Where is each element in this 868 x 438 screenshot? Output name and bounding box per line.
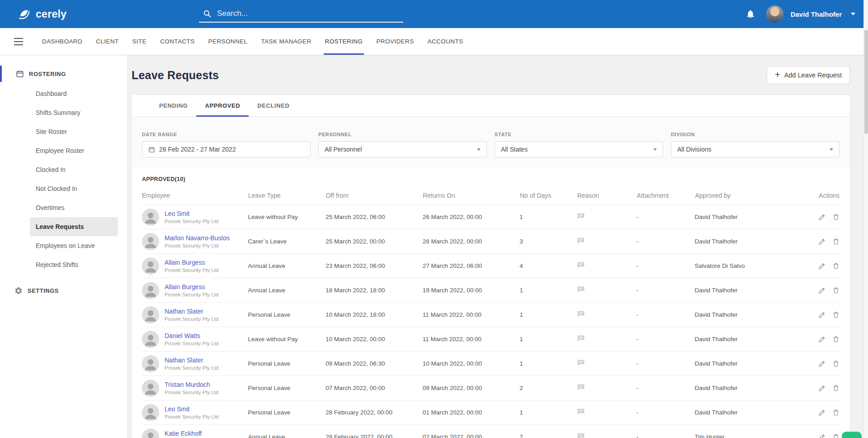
comment-icon[interactable] [577,384,585,391]
delete-icon[interactable] [832,335,840,343]
sidebar-item-site-roster[interactable]: Site Roster [30,122,118,141]
comment-icon[interactable] [577,408,585,415]
comment-icon[interactable] [577,237,585,244]
tab-approved[interactable]: APPROVED [196,95,249,116]
nav-item-contacts[interactable]: CONTACTS [153,28,201,55]
personnel-select-value: All Personnel [325,146,362,153]
user-name[interactable]: David Thalhofer [791,10,842,18]
attachment-cell: - [637,311,695,318]
days-cell: 4 [519,262,577,269]
delete-icon[interactable] [832,433,840,438]
sidebar-item-employee-roster[interactable]: Employee Roster [30,141,118,160]
edit-icon[interactable] [818,238,826,245]
date-range-input[interactable]: 28 Feb 2022 - 27 Mar 2022 [142,141,311,157]
actions-cell [818,311,840,319]
employee-name-link[interactable]: Nathan Slater [165,308,219,315]
search-input[interactable] [217,9,400,18]
approved-by-cell: David Thalhofer [695,311,818,318]
delete-icon[interactable] [832,213,840,221]
personnel-select[interactable]: All Personnel [318,141,487,157]
comment-icon[interactable] [577,359,585,367]
scrollbar-thumb[interactable] [864,30,868,134]
nav-item-task-manager[interactable]: TASK MANAGER [254,28,318,55]
edit-icon[interactable] [818,384,826,392]
employee-name-link[interactable]: Allain Burgess [165,259,219,266]
leave-type-cell: Leave without Pay [248,214,326,220]
sidebar-item-leave-requests[interactable]: Leave Requests [30,217,118,236]
comment-icon[interactable] [577,310,585,318]
edit-icon[interactable] [818,433,826,438]
sidebar-item-dashboard[interactable]: Dashboard [30,84,118,103]
comment-icon[interactable] [577,262,585,269]
person-avatar-icon [142,380,159,397]
nav-item-dashboard[interactable]: DASHBOARD [35,28,89,55]
comment-icon[interactable] [577,335,585,342]
comment-icon[interactable] [577,213,585,220]
sidebar-section-settings[interactable]: SETTINGS [0,287,127,295]
add-leave-request-button[interactable]: + Add Leave Request [767,66,850,84]
chat-widget[interactable] [842,432,862,438]
comment-icon[interactable] [577,433,585,438]
nav-item-rostering[interactable]: ROSTERING [318,28,370,55]
tab-declined[interactable]: DECLINED [249,95,298,116]
person-avatar-icon [142,306,159,324]
edit-icon[interactable] [818,286,826,294]
employee-company: Prosek Security Pty Ltd [165,316,219,322]
delete-icon[interactable] [832,262,840,270]
employee-company: Prosek Security Pty Ltd [165,219,219,224]
nav-item-site[interactable]: SITE [126,28,154,55]
comment-icon[interactable] [577,286,585,293]
page-scrollbar[interactable] [863,0,868,438]
user-avatar[interactable] [766,5,783,23]
table-row: Tristan Murdoch Prosek Security Pty Ltd … [142,376,840,400]
actions-cell [818,409,840,416]
employee-name-link[interactable]: Daniel Watts [165,332,219,339]
nav-item-client[interactable]: CLIENT [89,28,125,55]
approved-by-cell: David Thalhofer [695,287,818,294]
employee-name-link[interactable]: Allain Burgess [165,283,219,290]
hamburger-menu-icon[interactable] [14,38,24,46]
edit-icon[interactable] [818,213,826,221]
state-select[interactable]: All States [495,141,663,157]
nav-item-providers[interactable]: PROVIDERS [369,28,420,55]
delete-icon[interactable] [832,409,840,416]
column-header-returns-on: Returns On [423,192,520,199]
employee-name-link[interactable]: Katie Eckhoff [165,430,219,437]
chevron-down-icon[interactable] [851,13,855,15]
edit-icon[interactable] [818,409,826,416]
sidebar-item-rejected-shifts[interactable]: Rejected Shifts [30,255,118,274]
tab-pending[interactable]: PENDING [151,95,196,116]
filter-state: STATE All States [495,132,663,157]
nav-item-personnel[interactable]: PERSONNEL [202,28,255,55]
table-body: Leo Smit Prosek Security Pty Ltd Leave w… [142,205,840,438]
employee-cell: Allain Burgess Prosek Security Pty Ltd [142,257,248,275]
employee-company: Prosek Security Pty Ltd [165,292,219,297]
sidebar-item-clocked-in[interactable]: Clocked In [30,160,118,179]
edit-icon[interactable] [818,311,826,319]
nav-item-accounts[interactable]: ACCOUNTS [421,28,470,55]
delete-icon[interactable] [832,286,840,294]
edit-icon[interactable] [818,360,826,367]
employee-name-link[interactable]: Tristan Murdoch [165,381,219,388]
actions-cell [818,335,840,343]
sidebar-item-shifts-summary[interactable]: Shifts Summary [30,103,118,122]
employee-name-link[interactable]: Nathan Slater [165,357,219,364]
employee-name-link[interactable]: Leo Smit [165,405,219,413]
sidebar-section-rostering[interactable]: ROSTERING [0,64,127,83]
delete-icon[interactable] [832,238,840,245]
sidebar-item-employees-on-leave[interactable]: Employees on Leave [30,236,118,255]
date-range-value: 28 Feb 2022 - 27 Mar 2022 [159,146,236,153]
delete-icon[interactable] [832,311,840,319]
sidebar-items: DashboardShifts SummarySite RosterEmploy… [0,84,127,274]
division-select[interactable]: All Divisions [671,141,840,157]
sidebar-item-not-clocked-in[interactable]: Not Clocked In [30,179,118,198]
bell-icon[interactable] [745,9,755,19]
sidebar-item-overtimes[interactable]: Overtimes [30,198,118,217]
employee-name-link[interactable]: Leo Smit [165,210,219,217]
delete-icon[interactable] [832,360,840,367]
employee-company: Prosek Security Pty Ltd [165,243,230,248]
edit-icon[interactable] [818,335,826,343]
edit-icon[interactable] [818,262,826,270]
employee-name-link[interactable]: Marlon Navarro-Bustos [165,234,230,242]
delete-icon[interactable] [832,384,840,392]
